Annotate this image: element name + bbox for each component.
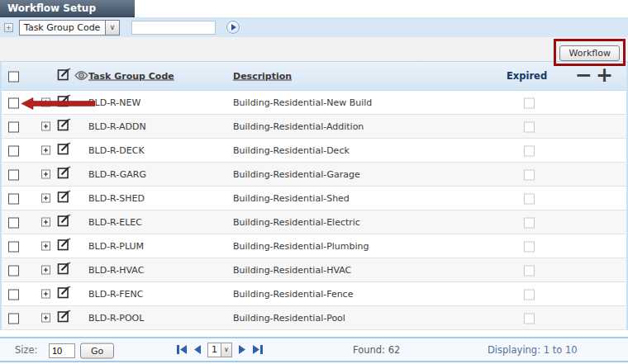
task-group-code-cell: BLD-R-FENC: [88, 289, 143, 300]
row-checkbox[interactable]: [8, 290, 19, 300]
row-checkbox[interactable]: [8, 218, 19, 229]
task-group-code-cell: BLD-R-ADDN: [88, 121, 146, 132]
task-group-code-cell: BLD-R-POOL: [88, 313, 144, 324]
row-checkbox[interactable]: [8, 170, 19, 181]
next-page-icon[interactable]: [238, 344, 246, 355]
expand-row-icon[interactable]: [41, 218, 50, 227]
displaying-range: Displaying: 1 to 10: [488, 344, 578, 356]
sort-task-group-code[interactable]: Task Group Code: [88, 71, 174, 82]
search-field-value: Task Group Code: [20, 21, 105, 35]
pager: 1 ∨: [176, 343, 264, 357]
description-cell: Building-Residential-New Build: [233, 97, 372, 108]
task-group-code-cell: BLD-R-SHED: [88, 193, 145, 204]
expand-row-icon[interactable]: [41, 98, 50, 107]
edit-icon[interactable]: [57, 142, 71, 159]
page-number-value: 1: [208, 343, 221, 357]
edit-icon[interactable]: [57, 286, 71, 303]
collapse-expand-controls: −+: [575, 67, 613, 85]
expired-checkbox: [524, 146, 535, 157]
table-row: BLD-R-NEW Building-Residential-New Build: [2, 91, 626, 115]
expand-row-icon[interactable]: [41, 146, 50, 155]
add-search-criteria-icon[interactable]: [4, 23, 13, 32]
size-label: Size:: [15, 344, 37, 356]
edit-icon[interactable]: [57, 190, 71, 207]
expired-checkbox: [524, 290, 535, 300]
expired-checkbox: [524, 266, 535, 277]
expand-row-icon[interactable]: [41, 170, 50, 179]
search-field-dropdown[interactable]: Task Group Code ∨: [19, 20, 120, 35]
edit-icon[interactable]: [57, 310, 71, 327]
edit-icon[interactable]: [57, 68, 71, 85]
grid-body: BLD-R-NEW Building-Residential-New Build…: [2, 91, 626, 330]
eye-icon[interactable]: [74, 69, 88, 84]
first-page-icon[interactable]: [176, 344, 188, 355]
task-group-code-cell: BLD-R-HVAC: [88, 265, 144, 276]
search-toolbar: Task Group Code ∨: [0, 17, 628, 37]
task-group-code-cell: BLD-R-GARG: [88, 169, 146, 180]
edit-icon[interactable]: [57, 94, 71, 111]
previous-page-icon[interactable]: [193, 344, 202, 355]
row-checkbox[interactable]: [8, 314, 19, 324]
expired-checkbox: [524, 98, 535, 109]
chevron-down-icon[interactable]: ∨: [105, 21, 119, 35]
description-cell: Building-Residential-Addition: [233, 121, 364, 132]
collapse-all-icon[interactable]: −: [575, 63, 592, 87]
table-row: BLD-R-SHED Building-Residential-Shed: [2, 187, 626, 210]
expand-row-icon[interactable]: [41, 242, 50, 251]
task-group-code-cell: BLD-R-DECK: [88, 145, 145, 156]
workflow-setup-page: Workflow Setup Task Group Code ∨ Workflo…: [0, 0, 628, 364]
select-all-checkbox[interactable]: [8, 72, 19, 83]
expired-header: Expired: [507, 70, 547, 82]
chevron-down-icon: ∨: [221, 343, 231, 357]
edit-icon[interactable]: [57, 238, 71, 255]
row-checkbox[interactable]: [8, 122, 19, 133]
task-group-grid: Task Group Code Description Expired −+ B…: [0, 61, 628, 330]
expired-checkbox: [524, 314, 535, 324]
expired-checkbox: [524, 170, 535, 181]
task-group-code-cell: BLD-R-NEW: [88, 97, 140, 108]
search-input[interactable]: [131, 21, 216, 35]
expand-row-icon[interactable]: [41, 194, 50, 203]
row-checkbox[interactable]: [8, 98, 19, 109]
description-cell: Building-Residential-HVAC: [233, 265, 351, 276]
pagination-footer: Size: Go 1 ∨ Found: 62 Displaying: 1 to …: [0, 337, 628, 362]
last-page-icon[interactable]: [252, 344, 264, 355]
go-button[interactable]: Go: [80, 343, 114, 358]
table-row: BLD-R-ADDN Building-Residential-Addition: [2, 115, 626, 139]
edit-icon[interactable]: [57, 262, 71, 279]
expired-checkbox: [524, 218, 535, 229]
table-row: BLD-R-POOL Building-Residential-Pool: [2, 306, 626, 330]
page-size-input[interactable]: [49, 343, 75, 358]
description-cell: Building-Residential-Shed: [233, 193, 350, 204]
row-checkbox[interactable]: [8, 266, 19, 277]
description-cell: Building-Residential-Plumbing: [233, 241, 369, 252]
expand-row-icon[interactable]: [41, 122, 50, 131]
expand-all-icon[interactable]: +: [596, 63, 613, 87]
table-row: BLD-R-FENC Building-Residential-Fence: [2, 282, 626, 306]
description-cell: Building-Residential-Deck: [233, 145, 350, 156]
edit-icon[interactable]: [57, 118, 71, 135]
row-checkbox[interactable]: [8, 194, 19, 205]
edit-icon[interactable]: [57, 214, 71, 231]
expand-row-icon[interactable]: [41, 314, 50, 323]
play-icon: [231, 24, 236, 31]
run-search-button[interactable]: [226, 21, 240, 34]
page-number-dropdown[interactable]: 1 ∨: [207, 343, 232, 357]
expired-checkbox: [524, 242, 535, 253]
table-row: BLD-R-GARG Building-Residential-Garage: [2, 163, 626, 187]
task-group-code-cell: BLD-R-PLUM: [88, 241, 144, 252]
workflow-button[interactable]: Workflow: [559, 45, 620, 61]
row-checkbox[interactable]: [8, 242, 19, 253]
expand-row-icon[interactable]: [41, 266, 50, 275]
description-cell: Building-Residential-Electric: [233, 217, 360, 228]
edit-icon[interactable]: [57, 166, 71, 183]
table-row: BLD-R-HVAC Building-Residential-HVAC: [2, 258, 626, 282]
table-row: BLD-R-ELEC Building-Residential-Electric: [2, 210, 626, 234]
description-cell: Building-Residential-Pool: [233, 313, 345, 324]
description-cell: Building-Residential-Fence: [233, 289, 353, 300]
row-checkbox[interactable]: [8, 146, 19, 157]
sort-description[interactable]: Description: [233, 71, 292, 82]
expand-row-icon[interactable]: [41, 290, 50, 299]
description-cell: Building-Residential-Garage: [233, 169, 360, 180]
found-count: Found: 62: [353, 344, 400, 356]
